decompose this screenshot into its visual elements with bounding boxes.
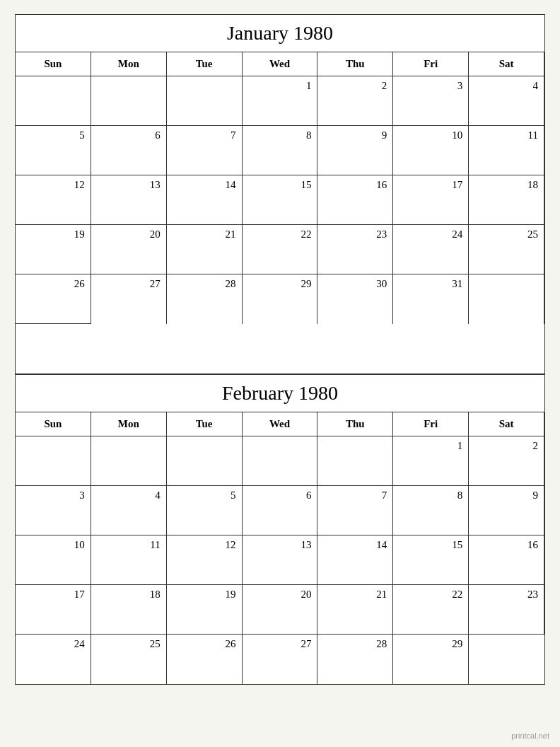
calendar-day-cell: 31 <box>393 274 469 324</box>
calendar-day-cell <box>16 76 91 126</box>
calendar-day-cell: 15 <box>243 175 318 225</box>
calendar-day-cell: 3 <box>16 486 91 535</box>
calendar-title-february-1980: February 1980 <box>16 375 544 412</box>
calendar-day-cell: 24 <box>393 225 469 274</box>
calendar-day-cell: 8 <box>393 486 469 535</box>
calendar-day-cell: 22 <box>243 225 318 274</box>
calendar-day-cell <box>91 436 167 486</box>
calendar-day-cell: 10 <box>393 126 469 175</box>
calendar-day-cell: 23 <box>317 225 393 274</box>
calendar-day-cell: 7 <box>317 486 393 535</box>
calendar-day-cell <box>16 436 91 486</box>
day-header-fri: Fri <box>393 52 469 76</box>
calendar-day-cell: 12 <box>167 535 243 585</box>
calendar-day-cell: 6 <box>243 486 318 535</box>
calendar-day-cell: 11 <box>91 535 167 585</box>
calendar-day-cell <box>469 635 544 684</box>
calendar-day-cell: 9 <box>317 126 393 175</box>
calendar-january-1980: January 1980SunMonTueWedThuFriSat1234567… <box>15 14 545 374</box>
calendar-grid-january-1980: SunMonTueWedThuFriSat1234567891011121314… <box>16 52 544 374</box>
calendar-grid-february-1980: SunMonTueWedThuFriSat1234567891011121314… <box>16 412 544 684</box>
calendar-day-cell: 27 <box>243 635 318 684</box>
calendar-day-cell: 2 <box>317 76 393 126</box>
calendar-day-cell: 28 <box>317 635 393 684</box>
calendar-day-cell: 15 <box>393 535 469 585</box>
day-header-tue: Tue <box>167 52 243 76</box>
calendar-day-cell: 11 <box>469 126 544 175</box>
calendar-day-cell: 20 <box>243 585 318 635</box>
calendar-day-cell: 17 <box>16 585 91 635</box>
calendar-day-cell: 18 <box>91 585 167 635</box>
calendar-day-cell: 26 <box>16 274 91 324</box>
day-header-sat: Sat <box>469 412 544 436</box>
calendar-day-cell: 10 <box>16 535 91 585</box>
day-header-sun: Sun <box>16 52 91 76</box>
calendar-day-cell: 1 <box>243 76 318 126</box>
calendar-day-cell: 17 <box>393 175 469 225</box>
calendar-day-cell <box>243 436 318 486</box>
calendar-day-cell: 16 <box>469 535 544 585</box>
calendar-day-cell: 8 <box>243 126 318 175</box>
calendar-day-cell <box>16 324 91 374</box>
calendar-day-cell: 30 <box>317 274 393 324</box>
calendar-day-cell: 24 <box>16 635 91 684</box>
calendar-day-cell: 28 <box>167 274 243 324</box>
day-header-thu: Thu <box>317 52 393 76</box>
calendar-day-cell: 19 <box>167 585 243 635</box>
day-header-mon: Mon <box>91 52 167 76</box>
calendar-day-cell: 29 <box>243 274 318 324</box>
calendar-day-cell: 13 <box>243 535 318 585</box>
calendar-day-cell: 22 <box>393 585 469 635</box>
calendar-day-cell: 3 <box>393 76 469 126</box>
calendar-day-cell: 14 <box>167 175 243 225</box>
calendar-day-cell: 26 <box>167 635 243 684</box>
calendar-day-cell: 7 <box>167 126 243 175</box>
calendar-day-cell: 14 <box>317 535 393 585</box>
calendar-february-1980: February 1980SunMonTueWedThuFriSat123456… <box>15 374 545 685</box>
calendar-day-cell: 5 <box>16 126 91 175</box>
calendar-day-cell: 25 <box>469 225 544 274</box>
day-header-fri: Fri <box>393 412 469 436</box>
calendar-day-cell: 4 <box>91 486 167 535</box>
calendar-day-cell: 9 <box>469 486 544 535</box>
calendar-day-cell: 29 <box>393 635 469 684</box>
day-header-mon: Mon <box>91 412 167 436</box>
day-header-tue: Tue <box>167 412 243 436</box>
calendar-day-cell: 5 <box>167 486 243 535</box>
calendar-day-cell: 6 <box>91 126 167 175</box>
calendar-day-cell: 27 <box>91 274 167 324</box>
calendar-day-cell: 23 <box>469 585 544 635</box>
calendar-day-cell: 20 <box>91 225 167 274</box>
day-header-wed: Wed <box>243 52 318 76</box>
calendar-day-cell: 25 <box>91 635 167 684</box>
calendar-day-cell: 1 <box>393 436 469 486</box>
calendar-day-cell <box>167 76 243 126</box>
calendar-day-cell <box>317 436 393 486</box>
day-header-thu: Thu <box>317 412 393 436</box>
calendar-day-cell <box>91 76 167 126</box>
calendar-day-cell: 13 <box>91 175 167 225</box>
calendar-day-cell: 19 <box>16 225 91 274</box>
calendar-day-cell: 21 <box>317 585 393 635</box>
day-header-sun: Sun <box>16 412 91 436</box>
calendar-title-january-1980: January 1980 <box>16 15 544 52</box>
calendar-day-cell <box>167 436 243 486</box>
calendar-day-cell: 18 <box>469 175 544 225</box>
day-header-sat: Sat <box>469 52 544 76</box>
calendar-day-cell: 21 <box>167 225 243 274</box>
calendar-day-cell: 2 <box>469 436 544 486</box>
calendar-day-cell: 16 <box>317 175 393 225</box>
day-header-wed: Wed <box>243 412 318 436</box>
calendar-day-cell <box>469 274 544 324</box>
calendar-day-cell: 12 <box>16 175 91 225</box>
watermark: printcal.net <box>511 731 549 740</box>
calendar-day-cell: 4 <box>469 76 544 126</box>
